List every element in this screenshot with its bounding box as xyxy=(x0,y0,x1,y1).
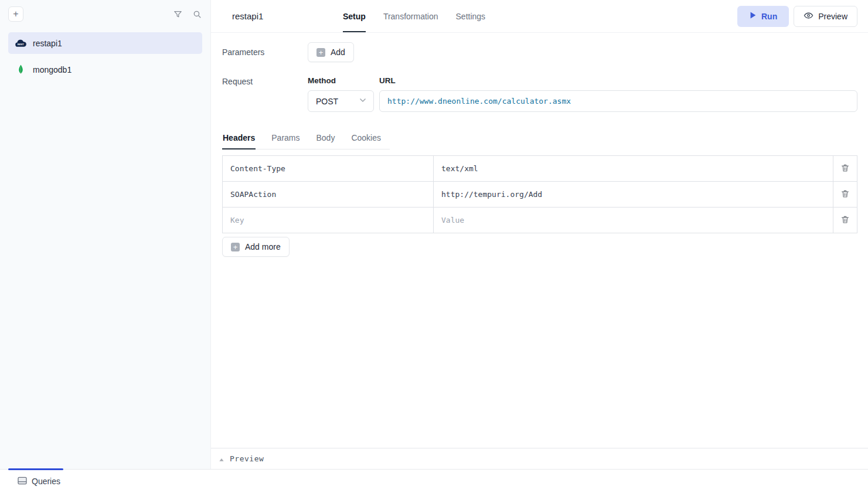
filter-icon[interactable] xyxy=(173,9,183,19)
header-value-input[interactable] xyxy=(434,164,833,173)
eye-icon xyxy=(804,11,813,22)
parameters-row: Parameters + Add xyxy=(222,42,857,62)
delete-row-button[interactable] xyxy=(833,207,857,233)
trash-icon xyxy=(841,189,849,200)
query-item-restapi1[interactable]: REST restapi1 xyxy=(8,32,202,54)
editor-tabs: Setup Transformation Settings xyxy=(343,0,485,32)
delete-row-button[interactable] xyxy=(833,155,857,182)
response-preview-toggle[interactable]: Preview xyxy=(211,448,868,469)
preview-button-label: Preview xyxy=(818,12,847,21)
headers-table xyxy=(222,155,857,233)
query-editor-header: restapi1 Setup Transformation Settings R… xyxy=(211,0,868,33)
rest-api-cloud-icon: REST xyxy=(14,39,27,48)
trash-icon xyxy=(841,215,849,226)
tab-body[interactable]: Body xyxy=(316,130,336,149)
collapse-up-icon xyxy=(219,454,224,464)
queries-tab-indicator xyxy=(8,468,63,470)
tab-transformation[interactable]: Transformation xyxy=(383,0,438,32)
header-row xyxy=(222,181,857,208)
add-parameter-button[interactable]: + Add xyxy=(308,42,354,62)
header-row xyxy=(222,207,857,233)
svg-text:REST: REST xyxy=(18,43,24,46)
method-dropdown[interactable]: POST xyxy=(308,90,374,112)
query-title: restapi1 xyxy=(232,11,263,21)
queries-tab-label: Queries xyxy=(32,477,60,486)
chevron-down-icon xyxy=(358,96,367,107)
request-config-tabs: Headers Params Body Cookies xyxy=(222,130,390,149)
add-query-button[interactable]: + xyxy=(8,6,23,22)
tab-headers[interactable]: Headers xyxy=(222,130,256,149)
tab-cookies[interactable]: Cookies xyxy=(350,130,382,149)
tab-queries[interactable]: Queries xyxy=(18,477,60,487)
run-button[interactable]: Run xyxy=(737,6,789,27)
tab-settings[interactable]: Settings xyxy=(456,0,486,32)
request-section: Request Method POST URL xyxy=(222,76,857,112)
response-preview-label: Preview xyxy=(230,454,264,463)
method-value: POST xyxy=(316,97,338,106)
method-label: Method xyxy=(308,76,374,85)
query-item-label: restapi1 xyxy=(33,39,62,48)
run-button-label: Run xyxy=(761,12,777,21)
header-value-input[interactable] xyxy=(434,216,833,225)
header-row xyxy=(222,155,857,182)
header-value-input[interactable] xyxy=(434,190,833,199)
play-icon xyxy=(749,11,757,21)
plus-icon: + xyxy=(316,48,325,57)
bottom-tab-bar: Queries xyxy=(0,469,868,493)
preview-button[interactable]: Preview xyxy=(794,6,857,27)
plus-icon: + xyxy=(231,243,240,251)
sidebar-toolbar: + xyxy=(0,0,210,28)
url-input[interactable] xyxy=(379,90,857,112)
header-key-input[interactable] xyxy=(223,190,433,199)
header-key-input[interactable] xyxy=(223,216,433,225)
add-parameter-label: Add xyxy=(331,47,345,57)
query-item-label: mongodb1 xyxy=(33,65,72,74)
queries-sidebar: + REST restapi1 mongodb xyxy=(0,0,211,469)
trash-icon xyxy=(841,164,849,174)
add-more-label: Add more xyxy=(245,242,281,251)
url-label: URL xyxy=(379,76,857,85)
header-actions: Run Preview xyxy=(737,6,857,27)
app-window: + REST restapi1 mongodb xyxy=(0,0,868,469)
header-key-input[interactable] xyxy=(223,164,433,173)
tab-setup[interactable]: Setup xyxy=(343,0,366,32)
setup-panel: Parameters + Add Request Method POST xyxy=(211,33,868,448)
query-item-mongodb1[interactable]: mongodb1 xyxy=(8,59,202,80)
query-editor-main: restapi1 Setup Transformation Settings R… xyxy=(211,0,868,469)
parameters-label: Parameters xyxy=(222,47,308,57)
request-label: Request xyxy=(222,76,308,112)
delete-row-button[interactable] xyxy=(833,181,857,208)
add-more-button[interactable]: + Add more xyxy=(222,237,290,257)
mongodb-leaf-icon xyxy=(14,64,27,75)
queries-icon xyxy=(18,477,27,487)
query-list: REST restapi1 mongodb1 xyxy=(0,28,210,85)
search-icon[interactable] xyxy=(192,9,202,19)
tab-params[interactable]: Params xyxy=(271,130,300,149)
